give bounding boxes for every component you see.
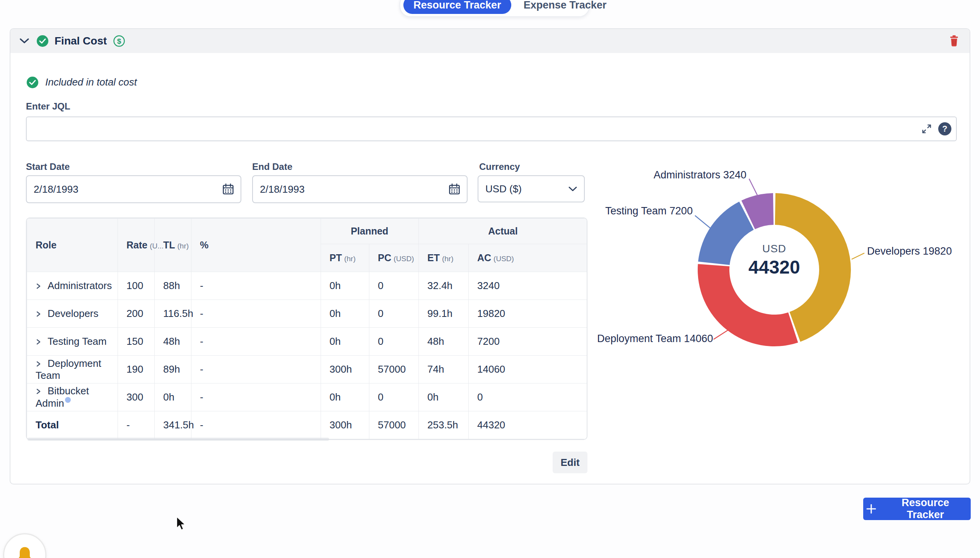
donut-center-total: USD 44320 — [728, 243, 821, 278]
cell-tl: 0h — [155, 383, 191, 411]
cell-pct: - — [191, 328, 321, 356]
cell-tl: 48h — [155, 328, 191, 356]
table-row-administrators[interactable]: Administrators 100 88h - 0h 0 32.4h 3240 — [27, 272, 588, 300]
expand-chevron-icon[interactable] — [36, 308, 41, 313]
role-label: Developers — [48, 308, 99, 319]
col-group-actual: Actual — [419, 219, 588, 244]
cell-ac: 19820 — [469, 300, 588, 328]
cell-tl: 116.5h — [155, 300, 191, 328]
cell-ac: 7200 — [469, 328, 588, 356]
cell-pct: - — [191, 272, 321, 300]
start-date-input[interactable] — [27, 176, 222, 202]
col-header-pct[interactable]: % — [191, 219, 321, 272]
cell-pc: 0 — [369, 272, 419, 300]
cell-rate: 150 — [118, 328, 155, 356]
check-icon — [37, 35, 48, 47]
currency-label: Currency — [479, 161, 520, 172]
cell-pt: 0h — [321, 272, 369, 300]
cell-rate: 200 — [118, 300, 155, 328]
col-header-pc[interactable]: PC(USD) — [369, 244, 419, 272]
end-date-input[interactable] — [253, 176, 448, 202]
cell-et: 32.4h — [419, 272, 469, 300]
role-label: Administrators — [48, 280, 112, 291]
cell-pt: 0h — [321, 328, 369, 356]
tab-expense-tracker[interactable]: Expense Tracker — [514, 0, 617, 14]
horizontal-scrollbar[interactable] — [27, 438, 329, 441]
mouse-cursor — [175, 516, 188, 532]
page: Resource Tracker Expense Tracker Final C… — [0, 0, 980, 558]
expand-chevron-icon[interactable] — [36, 280, 41, 286]
bell-icon — [15, 545, 35, 558]
cell-pc: 0 — [369, 300, 419, 328]
col-header-et[interactable]: ET(hr) — [419, 244, 469, 272]
col-group-planned: Planned — [321, 219, 419, 244]
cell-tl: 89h — [155, 356, 191, 383]
cell-pct: - — [191, 411, 321, 439]
included-row: Included in total cost — [27, 76, 137, 88]
tab-resource-tracker[interactable]: Resource Tracker — [403, 0, 511, 14]
currency-select[interactable]: USD ($) — [478, 175, 585, 202]
jql-label: Enter JQL — [26, 101, 70, 112]
help-icon[interactable]: ? — [938, 122, 951, 135]
col-header-pt[interactable]: PT(hr) — [321, 244, 369, 272]
expand-icon[interactable] — [921, 123, 932, 134]
donut-currency: USD — [728, 243, 821, 255]
chart-label-testing-team: Testing Team 7200 — [605, 205, 693, 217]
cost-table: Role Rate(U... TL(hr) % Planned Actual P… — [26, 217, 587, 440]
calendar-icon[interactable] — [222, 183, 234, 195]
notification-bell-button[interactable] — [3, 533, 46, 558]
delete-button[interactable] — [947, 34, 961, 48]
cell-tl: 341.5h — [155, 411, 191, 439]
jql-input-box: ? — [26, 116, 957, 141]
role-label: Deployment Team — [36, 358, 101, 381]
chart-label-developers: Developers 19820 — [867, 245, 952, 257]
donut-total-value: 44320 — [728, 257, 821, 278]
cell-et: 253.5h — [419, 411, 469, 439]
cell-pc: 0 — [369, 383, 419, 411]
cell-rate: 190 — [118, 356, 155, 383]
final-cost-panel: Final Cost $ Included in total cost — [10, 28, 970, 484]
cell-pc: 0 — [369, 328, 419, 356]
cell-et: 99.1h — [419, 300, 469, 328]
included-note: Included in total cost — [45, 76, 137, 88]
tracker-tab-group: Resource Tracker Expense Tracker — [400, 0, 590, 17]
chevron-down-icon — [569, 187, 577, 192]
cell-pt: 300h — [321, 411, 369, 439]
included-check-icon — [27, 77, 38, 88]
collapse-chevron-icon[interactable] — [20, 38, 29, 44]
chart-leader-line — [852, 253, 864, 259]
table-row-deployment-team[interactable]: Deployment Team 190 89h - 300h 57000 74h… — [27, 356, 588, 383]
cell-pt: 0h — [321, 300, 369, 328]
cell-pt: 0h — [321, 383, 369, 411]
chart-label-administrators: Administrators 3240 — [654, 169, 746, 181]
start-date-label: Start Date — [26, 161, 70, 172]
edit-button[interactable]: Edit — [553, 452, 587, 473]
cell-rate: - — [118, 411, 155, 439]
jql-input[interactable] — [27, 117, 921, 140]
table-row-total: Total - 341.5h - 300h 57000 253.5h 44320 — [27, 411, 588, 439]
table-row-bitbucket-admin[interactable]: Bitbucket Admin 300 0h - 0h 0 0h 0 — [27, 383, 588, 411]
add-resource-tracker-button[interactable]: Resource Tracker — [863, 498, 971, 520]
col-header-role[interactable]: Role — [27, 219, 118, 272]
cell-rate: 300 — [118, 383, 155, 411]
panel-title: Final Cost — [55, 35, 107, 47]
trash-icon — [948, 35, 960, 47]
cell-pct: - — [191, 300, 321, 328]
role-badge-icon — [65, 397, 71, 403]
cell-et: 0h — [419, 383, 469, 411]
cell-et: 48h — [419, 328, 469, 356]
currency-value: USD ($) — [485, 183, 522, 195]
col-header-rate[interactable]: Rate(U... — [118, 219, 155, 272]
role-label: Testing Team — [48, 335, 107, 347]
expand-chevron-icon[interactable] — [36, 358, 41, 363]
dollar-icon: $ — [113, 35, 125, 47]
end-date-field — [252, 175, 468, 203]
table-row-testing-team[interactable]: Testing Team 150 48h - 0h 0 48h 7200 — [27, 328, 588, 356]
expand-chevron-icon[interactable] — [36, 385, 41, 391]
cell-ac: 0 — [469, 383, 588, 411]
cell-tl: 88h — [155, 272, 191, 300]
col-header-ac[interactable]: AC(USD) — [469, 244, 588, 272]
calendar-icon[interactable] — [448, 183, 461, 195]
table-row-developers[interactable]: Developers 200 116.5h - 0h 0 99.1h 19820 — [27, 300, 588, 328]
expand-chevron-icon[interactable] — [36, 335, 41, 341]
